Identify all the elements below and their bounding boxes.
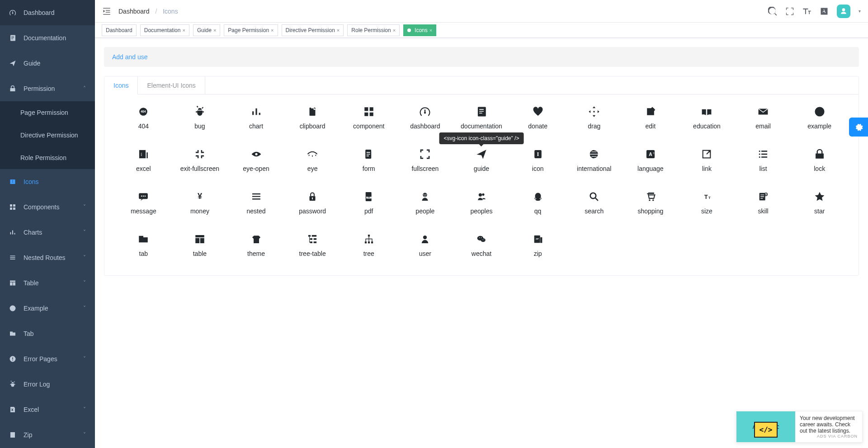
icon-item-component[interactable]: component bbox=[340, 105, 397, 130]
icon-item-email[interactable]: email bbox=[735, 105, 792, 130]
icon-item-eye[interactable]: eye bbox=[284, 148, 341, 172]
sidebar-item-documentation[interactable]: Documentation bbox=[0, 25, 95, 51]
close-icon[interactable]: × bbox=[393, 28, 396, 33]
icon-item-search[interactable]: search bbox=[566, 190, 623, 215]
icon-item-label: donate bbox=[528, 123, 547, 130]
sidebar-item-excel[interactable]: Excel˅ bbox=[0, 397, 95, 422]
close-icon[interactable]: × bbox=[213, 28, 216, 33]
icon-item-exit-fullscreen[interactable]: exit-fullscreen bbox=[172, 148, 228, 172]
avatar[interactable] bbox=[837, 5, 850, 18]
icon-item-tab[interactable]: tab bbox=[115, 233, 172, 257]
icon-item-label: tree bbox=[363, 250, 374, 257]
sidebar-item-dashboard[interactable]: Dashboard bbox=[0, 0, 95, 25]
sidebar-item-permission[interactable]: Permission˄ bbox=[0, 76, 95, 101]
icon-item-peoples[interactable]: peoples bbox=[453, 190, 510, 215]
icon-item-list[interactable]: list bbox=[735, 148, 792, 172]
icon-item-eye-open[interactable]: eye-open bbox=[228, 148, 284, 172]
bug-icon bbox=[193, 105, 206, 118]
icon-item-size[interactable]: TTsize bbox=[679, 190, 735, 215]
tag-directive-permission[interactable]: Directive Permission× bbox=[282, 24, 344, 36]
sidebar-item-zip[interactable]: Zip˅ bbox=[0, 422, 95, 448]
icon-item-example[interactable]: example bbox=[791, 105, 848, 130]
breadcrumb-root[interactable]: Dashboard bbox=[118, 8, 150, 15]
icon-item-fullscreen[interactable]: fullscreen bbox=[397, 148, 453, 172]
icon-item-user[interactable]: user bbox=[397, 233, 453, 257]
icon-item-qq[interactable]: qq bbox=[509, 190, 566, 215]
icon-item-nested[interactable]: nested bbox=[228, 190, 284, 215]
tabs-header: Icons Element-UI Icons bbox=[104, 76, 859, 94]
icon-item-icon[interactable]: Iicon bbox=[509, 148, 566, 172]
icon-item-education[interactable]: education bbox=[679, 105, 735, 130]
tab-icons[interactable]: Icons bbox=[104, 76, 138, 94]
sidebar-item-example[interactable]: Example˅ bbox=[0, 296, 95, 321]
icon-item-message[interactable]: message bbox=[115, 190, 172, 215]
icon-item-chart[interactable]: chart bbox=[228, 105, 284, 130]
svg-point-66 bbox=[481, 238, 485, 242]
icon-item-people[interactable]: people bbox=[397, 190, 453, 215]
icon-item-excel[interactable]: excel bbox=[115, 148, 172, 172]
close-icon[interactable]: × bbox=[182, 28, 185, 33]
icon-item-edit[interactable]: edit bbox=[623, 105, 679, 130]
sidebar-item-table[interactable]: Table˅ bbox=[0, 270, 95, 296]
icon-item-guide[interactable]: guide<svg-icon icon-class="guide" /> bbox=[453, 148, 510, 172]
search-icon[interactable] bbox=[768, 7, 777, 16]
icon-item-label: tab bbox=[139, 250, 148, 257]
close-icon[interactable]: × bbox=[271, 28, 274, 33]
icon-item-zip[interactable]: ZIPzip bbox=[509, 233, 566, 257]
icon-item-pdf[interactable]: PDFpdf bbox=[340, 190, 397, 215]
icon-item-table[interactable]: table bbox=[172, 233, 228, 257]
hamburger-icon[interactable] bbox=[102, 7, 111, 16]
sidebar-item-nested-routes[interactable]: Nested Routes˅ bbox=[0, 245, 95, 270]
sidebar-item-guide[interactable]: Guide bbox=[0, 51, 95, 76]
icon-item-404[interactable]: 404404 bbox=[115, 105, 172, 130]
icon-item-documentation[interactable]: documentation bbox=[453, 105, 510, 130]
icon-item-form[interactable]: form bbox=[340, 148, 397, 172]
sidebar-item-error-pages[interactable]: Error Pages˅ bbox=[0, 346, 95, 372]
carbon-ad[interactable]: Authentic </> Your new development caree… bbox=[736, 411, 863, 443]
language-icon[interactable] bbox=[820, 7, 829, 16]
avatar-caret-icon[interactable]: ▾ bbox=[859, 9, 861, 14]
tag-icons[interactable]: Icons× bbox=[403, 24, 436, 36]
icon-item-tree-table[interactable]: tree-table bbox=[284, 233, 341, 257]
tag-role-permission[interactable]: Role Permission× bbox=[347, 24, 400, 36]
link-icon bbox=[700, 148, 713, 160]
icon-item-international[interactable]: international bbox=[566, 148, 623, 172]
icon-item-password[interactable]: password bbox=[284, 190, 341, 215]
sidebar-item-icons[interactable]: IIcons bbox=[0, 169, 95, 194]
sidebar-item-tab[interactable]: Tab bbox=[0, 321, 95, 346]
sidebar-subitem-page-permission[interactable]: Page Permission bbox=[0, 101, 95, 124]
icon-item-star[interactable]: star bbox=[791, 190, 848, 215]
icon-item-shopping[interactable]: shopping bbox=[623, 190, 679, 215]
sidebar-item-charts[interactable]: Charts˅ bbox=[0, 220, 95, 245]
close-icon[interactable]: × bbox=[337, 28, 340, 33]
icon-item-link[interactable]: link bbox=[679, 148, 735, 172]
tab-element-ui-icons[interactable]: Element-UI Icons bbox=[138, 76, 205, 94]
icon-item-language[interactable]: A文language bbox=[623, 148, 679, 172]
close-icon[interactable]: × bbox=[429, 28, 432, 33]
icon-item-wechat[interactable]: wechat bbox=[453, 233, 510, 257]
fullscreen-icon[interactable] bbox=[785, 7, 794, 16]
svg-point-30 bbox=[252, 193, 253, 194]
icon-item-bug[interactable]: bug bbox=[172, 105, 228, 130]
icon-item-clipboard[interactable]: clipboard bbox=[284, 105, 341, 130]
icon-item-lock[interactable]: lock bbox=[791, 148, 848, 172]
sidebar-item-components[interactable]: Components˅ bbox=[0, 194, 95, 220]
tag-documentation[interactable]: Documentation× bbox=[140, 24, 189, 36]
sidebar-subitem-role-permission[interactable]: Role Permission bbox=[0, 146, 95, 169]
icon-item-money[interactable]: ¥money bbox=[172, 190, 228, 215]
icon-item-skill[interactable]: skill bbox=[735, 190, 792, 215]
usage-alert[interactable]: Add and use bbox=[104, 47, 859, 67]
text-size-icon[interactable] bbox=[802, 7, 811, 16]
tag-dashboard[interactable]: Dashboard bbox=[102, 24, 137, 36]
icon-item-dashboard[interactable]: dashboard bbox=[397, 105, 453, 130]
sidebar-subitem-directive-permission[interactable]: Directive Permission bbox=[0, 124, 95, 146]
form-icon bbox=[363, 148, 375, 160]
icon-item-drag[interactable]: drag bbox=[566, 105, 623, 130]
sidebar-item-error-log[interactable]: Error Log bbox=[0, 372, 95, 397]
tag-guide[interactable]: Guide× bbox=[193, 24, 220, 36]
icon-item-tree[interactable]: tree bbox=[340, 233, 397, 257]
tag-page-permission[interactable]: Page Permission× bbox=[224, 24, 278, 36]
icon-item-theme[interactable]: theme bbox=[228, 233, 284, 257]
icon-item-donate[interactable]: donate bbox=[509, 105, 566, 130]
settings-fab[interactable] bbox=[849, 118, 868, 137]
